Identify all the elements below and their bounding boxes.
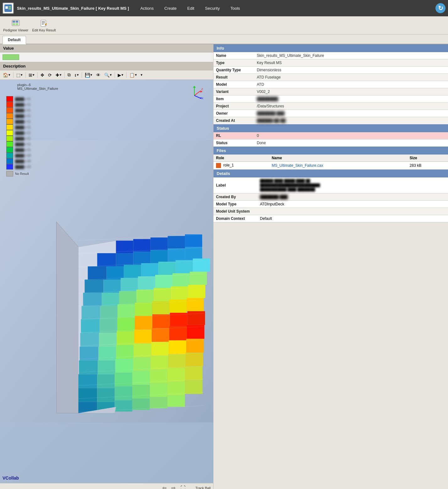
legend-label-7: ████e+01 xyxy=(14,137,32,140)
info-label-item: Item xyxy=(213,95,254,103)
svg-rect-29 xyxy=(168,236,185,248)
files-row-name[interactable]: MS_Ultimate_Skin_Failure.cax xyxy=(269,162,407,170)
legend-item-12: ████e+00 xyxy=(6,164,32,170)
table-row: Type Key Result MS xyxy=(213,59,448,67)
svg-rect-53 xyxy=(119,291,136,304)
no-result-box xyxy=(6,171,13,177)
create-menu-item[interactable]: Create xyxy=(159,4,182,13)
viewer-zoom-btn[interactable]: 🔍 ▾ xyxy=(103,72,113,79)
info-label-model: Model xyxy=(213,81,254,88)
edit-key-result-label: Edit Key Result xyxy=(32,28,56,32)
pedigree-viewer-button[interactable]: Pedigree Viewer xyxy=(3,19,29,32)
info-label-result: Result xyxy=(213,74,254,81)
viewer-more-btn[interactable]: ▾ xyxy=(139,72,144,78)
svg-rect-70 xyxy=(170,313,187,327)
svg-rect-83 xyxy=(151,342,169,356)
security-menu-item[interactable]: Security xyxy=(200,4,225,13)
viewer-sep-2 xyxy=(25,72,26,78)
viewer-play-btn[interactable]: ▶ ▾ xyxy=(116,72,125,79)
viewer-move-btn[interactable]: ✚ ▾ xyxy=(54,72,63,79)
viewer-home-btn[interactable]: 🏠 ▾ xyxy=(1,72,12,79)
details-label-model-unit: Model Unit System xyxy=(213,208,257,215)
svg-rect-62 xyxy=(152,301,169,314)
svg-rect-72 xyxy=(80,333,99,347)
svg-rect-6 xyxy=(16,21,18,23)
table-row: Name Skin_results_MS_Ultimate_Skin_Failu… xyxy=(213,52,448,59)
viewer-split-btn[interactable]: ⫾ ▾ xyxy=(73,72,80,79)
legend-item-7: ████e+01 xyxy=(6,136,32,141)
svg-rect-93 xyxy=(78,374,97,388)
table-row: Result ATD Fuselage xyxy=(213,74,448,81)
legend-label-5: ████e+01 xyxy=(14,126,32,129)
refresh-button[interactable]: ↻ xyxy=(435,3,445,13)
svg-rect-61 xyxy=(135,303,152,316)
layers-icon: ⧉ xyxy=(67,72,71,78)
svg-rect-44 xyxy=(85,280,104,293)
svg-rect-99 xyxy=(185,367,202,380)
status-section-header: Status xyxy=(213,124,448,132)
info-value-created-at: ██████ ██ ██ xyxy=(254,117,448,124)
svg-rect-57 xyxy=(188,285,205,298)
navbar-menu: Actions Create Edit Security Tools xyxy=(135,4,435,13)
status-table: RL 0 Status Done xyxy=(213,132,448,147)
viewer-rotate-btn[interactable]: ⟳ xyxy=(46,72,53,79)
viewer-layers-btn[interactable]: ⧉ xyxy=(66,71,72,79)
legend-item-3: ████e+01 xyxy=(6,113,32,119)
legend-color-9 xyxy=(6,147,13,153)
save-icon: 💾 xyxy=(85,73,90,78)
svg-rect-69 xyxy=(152,314,170,328)
svg-rect-50 xyxy=(190,272,207,285)
table-row: Quantity Type Dimensionless xyxy=(213,67,448,74)
fullscreen-button[interactable]: ⛶ xyxy=(179,485,187,489)
details-value-domain: Default xyxy=(257,215,448,222)
next-frame-button[interactable]: ⇨ xyxy=(170,484,177,489)
legend-item-5: ████e+01 xyxy=(6,124,32,130)
viewer-export-btn[interactable]: 📋 ▾ xyxy=(128,72,138,79)
legend-label-12: ████e+00 xyxy=(14,165,32,169)
details-label-label: Label xyxy=(213,177,257,193)
legend-label-9: ████e+01 xyxy=(14,148,32,152)
table-row: Model Type ATDInputDeck xyxy=(213,201,448,208)
table-row: Project /Data/Structures xyxy=(213,103,448,110)
left-panel: Value Description 🏠 ▾ ⬚ ▾ xyxy=(0,44,213,489)
files-row-size: 283 kB xyxy=(407,162,448,170)
edit-menu-item[interactable]: Edit xyxy=(182,4,199,13)
legend-color-4 xyxy=(6,119,13,124)
actions-menu-item[interactable]: Actions xyxy=(135,4,159,13)
svg-rect-41 xyxy=(158,262,175,275)
files-col-role: Role xyxy=(213,155,269,162)
viewer-camera-btn[interactable]: 👁 xyxy=(94,72,102,79)
viewer-transform-btn[interactable]: ✥ xyxy=(39,72,46,79)
svg-rect-111 xyxy=(150,397,167,408)
status-section: Status RL 0 Status Done xyxy=(213,124,448,147)
tab-default[interactable]: Default xyxy=(3,36,26,44)
svg-rect-51 xyxy=(83,293,102,306)
svg-rect-28 xyxy=(150,237,168,250)
info-label-project: Project xyxy=(213,103,254,110)
svg-rect-55 xyxy=(154,288,171,301)
svg-rect-78 xyxy=(187,325,204,339)
viewer-grid-btn[interactable]: ⊞ ▾ xyxy=(27,72,36,79)
edit-key-result-button[interactable]: Edit Key Result xyxy=(32,19,56,32)
svg-rect-43 xyxy=(193,258,210,272)
status-label-rl: RL xyxy=(213,132,254,139)
right-panel: Info Name Skin_results_MS_Ultimate_Skin_… xyxy=(213,44,448,489)
svg-rect-75 xyxy=(134,330,152,344)
info-value-type: Key Result MS xyxy=(254,59,448,67)
tools-menu-item[interactable]: Tools xyxy=(225,4,245,13)
viewer-select-btn[interactable]: ⬚ ▾ xyxy=(15,72,24,79)
legend-label-8: ████e+01 xyxy=(14,143,32,146)
table-row: Status Done xyxy=(213,139,448,147)
no-result-item: No Result xyxy=(6,171,32,177)
svg-rect-89 xyxy=(133,357,150,371)
vcollab-logo: VCollab xyxy=(3,475,19,481)
status-label-status: Status xyxy=(213,139,254,147)
legend-item-10: ████e+00 xyxy=(6,153,32,158)
legend-label-11: ████e+00 xyxy=(14,160,32,163)
details-section-header: Details xyxy=(213,170,448,177)
prev-frame-button[interactable]: ⇦ xyxy=(161,484,168,489)
svg-rect-60 xyxy=(117,304,135,318)
tab-strip: Default xyxy=(0,35,448,44)
viewer-save-btn[interactable]: 💾 ▾ xyxy=(83,72,94,79)
color-legend: ████e+01 ████e+01 ████e+01 xyxy=(6,95,32,177)
